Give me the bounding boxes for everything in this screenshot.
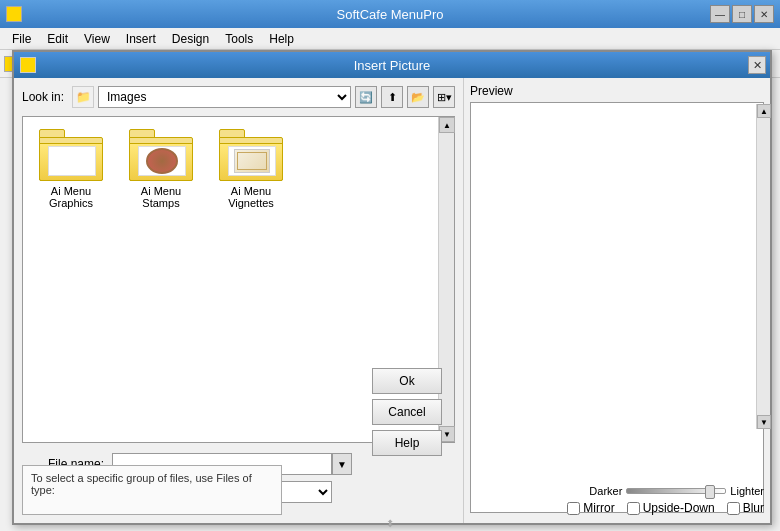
- dialog-body: Look in: 📁 Images 🔄 ⬆ 📂 ⊞▾: [14, 78, 770, 523]
- preview-scrollbar: ▲ ▼: [756, 104, 770, 429]
- look-in-select[interactable]: Images: [98, 86, 351, 108]
- folder-icon-graphics: [39, 129, 103, 181]
- mirror-checkbox[interactable]: [567, 502, 580, 515]
- ok-button[interactable]: Ok: [372, 368, 442, 394]
- maximize-button[interactable]: □: [732, 5, 752, 23]
- insert-picture-dialog: Insert Picture ✕ Look in: 📁 Images 🔄 ⬆ 📂…: [12, 50, 772, 525]
- preview-scroll-track[interactable]: [757, 118, 770, 415]
- main-titlebar: SoftCafe MenuPro — □ ✕: [0, 0, 780, 28]
- lighter-label: Lighter: [730, 485, 764, 497]
- cancel-button[interactable]: Cancel: [372, 399, 442, 425]
- menu-design[interactable]: Design: [164, 30, 217, 48]
- folder-icon-stamps: [129, 129, 193, 181]
- folder-label-stamps: Ai Menu Stamps: [125, 185, 197, 209]
- app-title: SoftCafe MenuPro: [337, 7, 444, 22]
- folder-ai-menu-vignettes[interactable]: Ai Menu Vignettes: [211, 125, 291, 213]
- resize-indicator: ⬍: [386, 518, 394, 529]
- darker-lighter-row: Darker Lighter: [470, 485, 764, 497]
- view-options-button[interactable]: ⊞▾: [433, 86, 455, 108]
- dialog-titlebar: Insert Picture ✕: [14, 52, 770, 78]
- left-panel: Look in: 📁 Images 🔄 ⬆ 📂 ⊞▾: [14, 78, 464, 523]
- folder-icon-small: 📁: [72, 86, 94, 108]
- dialog-close-button[interactable]: ✕: [748, 56, 766, 74]
- folder-label-vignettes: Ai Menu Vignettes: [215, 185, 287, 209]
- preview-label: Preview: [470, 84, 764, 98]
- help-button[interactable]: Help: [372, 430, 442, 456]
- upside-down-label: Upside-Down: [643, 501, 715, 515]
- blur-checkbox[interactable]: [727, 502, 740, 515]
- info-text: To select a specific group of files, use…: [31, 472, 252, 496]
- upside-down-checkbox[interactable]: [627, 502, 640, 515]
- dialog-title: Insert Picture: [354, 58, 431, 73]
- blur-label: Blur: [743, 501, 764, 515]
- app-icon: [6, 6, 22, 22]
- menu-help[interactable]: Help: [261, 30, 302, 48]
- blur-checkbox-item: Blur: [727, 501, 764, 515]
- menu-insert[interactable]: Insert: [118, 30, 164, 48]
- nav-back-button[interactable]: 🔄: [355, 86, 377, 108]
- upside-down-checkbox-item: Upside-Down: [627, 501, 715, 515]
- nav-up-button[interactable]: ⬆: [381, 86, 403, 108]
- dialog-icon: [20, 57, 36, 73]
- menu-bar: File Edit View Insert Design Tools Help: [0, 28, 780, 50]
- info-box: To select a specific group of files, use…: [22, 465, 282, 515]
- scroll-up-button[interactable]: ▲: [439, 117, 455, 133]
- look-in-label: Look in:: [22, 90, 64, 104]
- brightness-slider[interactable]: [626, 488, 726, 494]
- mirror-label: Mirror: [583, 501, 614, 515]
- mirror-checkbox-item: Mirror: [567, 501, 614, 515]
- menu-view[interactable]: View: [76, 30, 118, 48]
- close-main-button[interactable]: ✕: [754, 5, 774, 23]
- menu-tools[interactable]: Tools: [217, 30, 261, 48]
- preview-box: [470, 102, 764, 513]
- right-panel: Preview ▲ ▼ Darker Lighter: [464, 78, 770, 523]
- preview-scroll-down[interactable]: ▼: [757, 415, 771, 429]
- menu-edit[interactable]: Edit: [39, 30, 76, 48]
- checkboxes-row: Mirror Upside-Down Blur: [470, 501, 764, 515]
- preview-scroll-up[interactable]: ▲: [757, 104, 771, 118]
- right-bottom-controls: Darker Lighter Mirror Upside-Down: [470, 485, 764, 515]
- look-in-row: Look in: 📁 Images 🔄 ⬆ 📂 ⊞▾: [22, 86, 455, 108]
- darker-label: Darker: [589, 485, 622, 497]
- folder-icon-vignettes: [219, 129, 283, 181]
- minimize-button[interactable]: —: [710, 5, 730, 23]
- window-controls: — □ ✕: [710, 5, 774, 23]
- folder-ai-menu-graphics[interactable]: Ai Menu Graphics: [31, 125, 111, 213]
- new-folder-button[interactable]: 📂: [407, 86, 429, 108]
- menu-file[interactable]: File: [4, 30, 39, 48]
- folder-label-graphics: Ai Menu Graphics: [35, 185, 107, 209]
- action-buttons: Ok Cancel Help: [372, 368, 442, 456]
- folder-ai-menu-stamps[interactable]: Ai Menu Stamps: [121, 125, 201, 213]
- file-name-dropdown-button[interactable]: ▼: [332, 453, 352, 475]
